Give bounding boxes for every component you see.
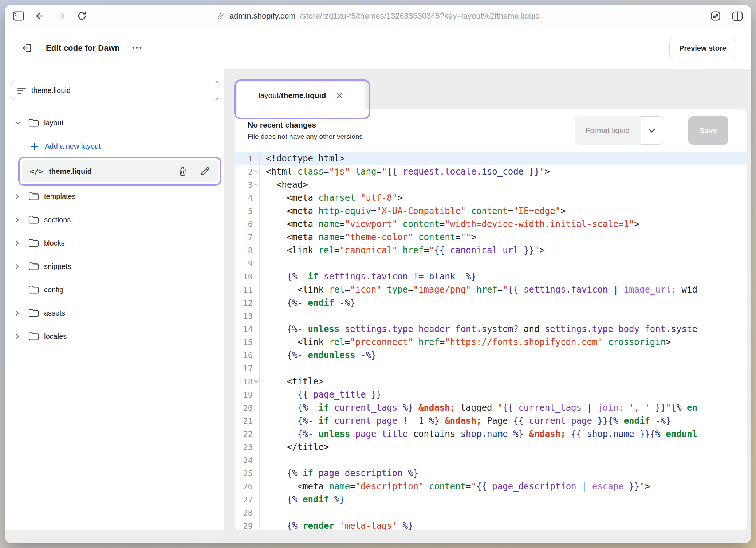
code-line[interactable]: 25 {% if page_description %} xyxy=(235,467,747,480)
line-number: 22 xyxy=(235,430,253,439)
code-line[interactable]: 18 <title> xyxy=(235,375,747,388)
forward-icon[interactable] xyxy=(55,10,67,22)
folder-label: layout xyxy=(44,119,63,127)
delete-file-icon[interactable] xyxy=(178,167,188,176)
code-line[interactable]: 12 {%- endif -%} xyxy=(235,296,747,309)
sidebar-item-assets[interactable]: assets xyxy=(11,301,218,325)
code-line[interactable]: 29 {% render 'meta-tags' %} xyxy=(235,519,747,530)
add-new-layout-button[interactable]: Add a new layout xyxy=(11,134,218,158)
code-line[interactable]: 16 {%- endunless -%} xyxy=(235,349,747,362)
editor-region: layout/theme.liquid No recent changes Fi… xyxy=(224,69,751,543)
preview-store-button[interactable]: Preview store xyxy=(669,39,736,58)
folder-icon xyxy=(28,309,39,318)
tab-file-name: theme.liquid xyxy=(281,91,326,99)
fold-toggle-icon[interactable] xyxy=(253,183,259,187)
sidebar-item-sections[interactable]: sections xyxy=(11,208,218,231)
format-liquid-button[interactable]: Format liquid xyxy=(575,116,641,145)
split-view-icon[interactable] xyxy=(731,10,744,22)
code-line[interactable]: 10 {%- if settings.favicon != blank -%} xyxy=(235,270,747,283)
more-actions-menu[interactable]: ••• xyxy=(132,44,143,52)
line-number: 15 xyxy=(235,338,253,347)
code-line[interactable]: 14 {%- unless settings.type_header_font.… xyxy=(235,322,747,336)
line-number-gutter: 25 xyxy=(235,469,259,478)
page-settings-icon[interactable] xyxy=(709,10,722,22)
fold-toggle-icon[interactable] xyxy=(253,170,259,173)
line-number: 16 xyxy=(235,351,253,360)
back-icon[interactable] xyxy=(34,10,46,22)
app-header: Edit code for Dawn ••• Preview store xyxy=(5,27,751,69)
code-line[interactable]: 23 </title> xyxy=(235,441,747,454)
code-line[interactable]: 17 xyxy=(235,362,747,375)
line-number: 11 xyxy=(235,285,253,294)
line-number-gutter: 18 xyxy=(235,377,259,386)
code-line[interactable]: 5 <meta http-equiv="X-UA-Compatible" con… xyxy=(235,204,747,218)
code-line[interactable]: 27 {% endif %} xyxy=(235,493,747,506)
status-title: No recent changes xyxy=(248,121,363,129)
code-line[interactable]: 21 {%- if current_page != 1 %} &ndash; P… xyxy=(235,414,747,427)
address-bar[interactable]: admin.shopify.com/store/rzq1xu-f5/themes… xyxy=(216,11,540,21)
code-line[interactable]: 19 {{ page_title }} xyxy=(235,388,747,401)
selected-file-row[interactable]: </>theme.liquid xyxy=(22,160,218,182)
code-text: <link rel="canonical" href="{{ canonical… xyxy=(259,245,545,255)
code-line[interactable]: 2<html class="js" lang="{{ request.local… xyxy=(235,165,747,178)
chevron-right-icon[interactable] xyxy=(15,194,28,199)
line-number-gutter: 1 xyxy=(235,154,259,163)
code-line[interactable]: 24 xyxy=(235,454,747,467)
code-line[interactable]: 26 <meta name="description" content="{{ … xyxy=(235,480,747,493)
chevron-right-icon[interactable] xyxy=(15,217,28,223)
format-liquid-dropdown[interactable] xyxy=(641,116,663,145)
code-line[interactable]: 11 <link rel="icon" type="image/png" hre… xyxy=(235,283,747,296)
code-line[interactable]: 4 <meta charset="utf-8"> xyxy=(235,191,747,204)
chevron-right-icon[interactable] xyxy=(15,240,28,246)
sidebar-item-snippets[interactable]: snippets xyxy=(11,255,218,278)
code-line[interactable]: 20 {%- if current_tags %} &ndash; tagged… xyxy=(235,401,747,414)
code-line[interactable]: 8 <link rel="canonical" href="{{ canonic… xyxy=(235,244,747,257)
sidebar-item-layout[interactable]: layout xyxy=(11,111,218,134)
code-text: {% if page_description %} xyxy=(259,468,418,478)
code-line[interactable]: 7 <meta name="theme-color" content=""> xyxy=(235,231,747,244)
chevron-down-icon[interactable] xyxy=(15,121,28,125)
code-text: {% endif %} xyxy=(259,494,345,505)
exit-editor-icon[interactable] xyxy=(20,41,34,55)
sidebar-item-theme-liquid[interactable]: </>theme.liquid xyxy=(11,160,218,183)
code-line[interactable]: 22 {%- unless page_title contains shop.n… xyxy=(235,427,747,441)
folder-label: blocks xyxy=(44,239,65,247)
save-button[interactable]: Save xyxy=(688,116,728,145)
chevron-right-icon[interactable] xyxy=(15,264,28,269)
code-text: {%- if settings.favicon != blank -%} xyxy=(259,271,476,282)
chevron-right-icon[interactable] xyxy=(15,334,28,339)
sidebar-item-blocks[interactable]: blocks xyxy=(11,231,218,255)
reload-icon[interactable] xyxy=(76,10,88,22)
line-number: 12 xyxy=(235,298,253,308)
code-line[interactable]: 13 xyxy=(235,309,747,322)
search-input[interactable] xyxy=(31,86,212,95)
folder-icon xyxy=(28,285,39,294)
rename-file-icon[interactable] xyxy=(200,167,210,176)
line-number: 4 xyxy=(235,193,253,203)
code-text: <meta http-equiv="X-UA-Compatible" conte… xyxy=(259,206,566,216)
tab-layout-theme-liquid[interactable]: layout/theme.liquid xyxy=(237,82,365,109)
code-line[interactable]: 15 <link rel="preconnect" href="https://… xyxy=(235,336,747,349)
line-number-gutter: 10 xyxy=(235,272,259,281)
line-number: 2 xyxy=(235,167,253,176)
sidebar-item-config[interactable]: config xyxy=(11,278,218,301)
code-line[interactable]: 1<!doctype html> xyxy=(235,152,747,165)
line-number: 24 xyxy=(235,456,253,465)
sidebar-toggle-icon[interactable] xyxy=(12,10,25,22)
file-search-box[interactable] xyxy=(11,81,218,100)
code-line[interactable]: 28 xyxy=(235,506,747,519)
code-line[interactable]: 6 <meta name="viewport" content="width=d… xyxy=(235,218,747,231)
fold-toggle-icon[interactable] xyxy=(253,380,259,383)
code-editor[interactable]: 1<!doctype html>2<html class="js" lang="… xyxy=(235,152,747,530)
sidebar-item-templates[interactable]: templates xyxy=(11,185,218,208)
code-text: {%- if current_tags %} &ndash; tagged "{… xyxy=(259,403,697,413)
code-line[interactable]: 3 <head> xyxy=(235,178,747,191)
line-number-gutter: 28 xyxy=(235,508,259,517)
folder-icon xyxy=(28,332,39,341)
line-number: 28 xyxy=(235,508,253,517)
code-line[interactable]: 9 xyxy=(235,257,747,270)
tab-close-icon[interactable] xyxy=(336,92,343,99)
sidebar-item-locales[interactable]: locales xyxy=(11,325,218,348)
chevron-right-icon[interactable] xyxy=(15,310,28,316)
code-text: {%- endif -%} xyxy=(259,298,355,308)
